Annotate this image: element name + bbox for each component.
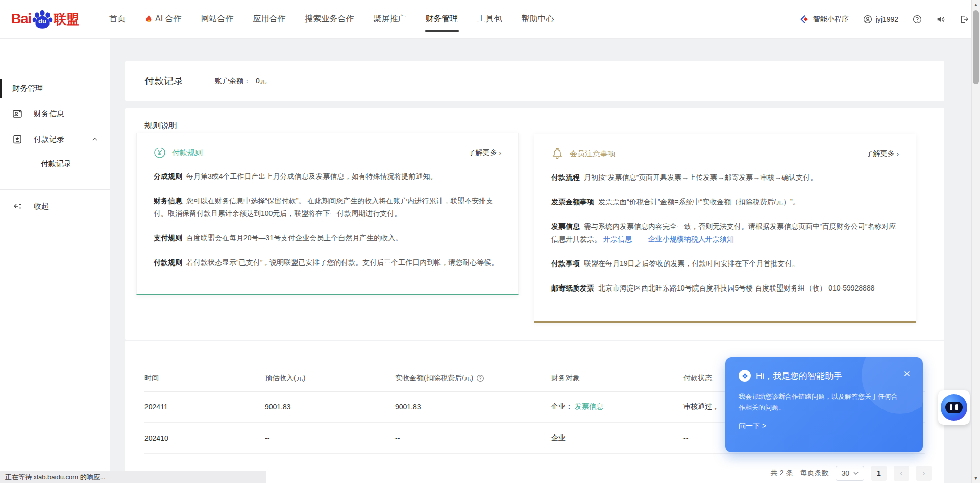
- bell-icon: [551, 148, 564, 160]
- logo-text-bai: Bai: [11, 11, 31, 27]
- payment-rules-title: 付款规则: [172, 148, 203, 158]
- status-text: 正在等待 xlab.baidu.com 的响应...: [5, 473, 106, 482]
- small-taxpayer-notice-link[interactable]: 企业小规模纳税人开票须知: [648, 235, 734, 243]
- question-circle-icon[interactable]: [476, 374, 484, 382]
- cell-target: 企业： 发票信息: [551, 402, 683, 412]
- rule-item: 分成规则每月第3或4个工作日产出上月分成信息及发票信息，如有特殊情况将提前通知。: [154, 170, 501, 183]
- payment-rules-box: 付款规则 了解更多› 分成规则每月第3或4个工作日产出上月分成信息及发票信息，如…: [136, 133, 519, 295]
- rule-item: 发票信息需与系统内发票信息内容完全一致，否则无法支付。请根据发票信息页面中“百度…: [551, 220, 899, 246]
- assistant-message: 我会帮助您诊断合作链路问题，以及解答您关于任何合作相关的问题。: [739, 391, 902, 414]
- scroll-up-arrow[interactable]: ▲: [972, 2, 980, 7]
- payment-record-header-card: 付款记录 账户余额： 0元: [125, 61, 944, 101]
- member-notice-title: 会员注意事项: [570, 149, 616, 159]
- logo-text-du: du: [38, 17, 46, 25]
- baidu-union-logo[interactable]: Bai du 联盟: [11, 9, 79, 30]
- assistant-popup: Hi，我是您的智能助手 ✕ 我会帮助您诊断合作链路问题，以及解答您关于任何合作相…: [725, 357, 923, 452]
- member-notice-more-link[interactable]: 了解更多›: [866, 149, 899, 158]
- main-nav: 首页 AI 合作 网站合作 应用合作 搜索业务合作 聚屏推广 财务管理 工具包 …: [100, 0, 564, 38]
- compass-icon: [739, 370, 751, 382]
- yen-circle-icon: [154, 147, 166, 159]
- nav-item-toolkit[interactable]: 工具包: [468, 0, 512, 38]
- nav-item-home[interactable]: 首页: [100, 0, 135, 38]
- nav-item-help[interactable]: 帮助中心: [512, 0, 564, 38]
- chevron-up-icon[interactable]: [91, 136, 99, 143]
- user-icon: [863, 15, 872, 24]
- total-count: 共 2 条: [771, 469, 793, 478]
- next-page-button[interactable]: ›: [916, 466, 932, 481]
- chevron-right-icon: ›: [499, 149, 501, 157]
- balance-value: 0元: [256, 77, 267, 85]
- cell-target: 企业: [551, 433, 683, 443]
- invoice-info-table-link[interactable]: 发票信息: [575, 402, 603, 410]
- close-icon[interactable]: ✕: [903, 370, 911, 378]
- rules-panel: 规则说明 付款规则 了解更多› 分成规则每月第3或4个工作日产出上月分成信息及发…: [125, 108, 944, 340]
- account-balance: 账户余额： 0元: [215, 77, 267, 86]
- nav-item-finance[interactable]: 财务管理: [416, 0, 468, 38]
- member-notice-box: 会员注意事项 了解更多› 付款流程月初按“发票信息”页面开具发票→上传发票→邮寄…: [534, 134, 916, 323]
- payment-record-icon: [12, 134, 22, 144]
- sidebar-item-finance-info[interactable]: 财务信息: [0, 104, 110, 124]
- user-account[interactable]: jyj1992: [863, 15, 898, 24]
- chevron-down-icon: [853, 471, 859, 476]
- cell-received: --: [395, 434, 551, 442]
- rules-title: 规则说明: [144, 120, 177, 131]
- page-number-current[interactable]: 1: [871, 466, 887, 481]
- chevron-right-icon: ›: [897, 150, 899, 158]
- prev-page-button[interactable]: ‹: [894, 466, 909, 481]
- scrollbar-thumb[interactable]: [973, 10, 979, 84]
- nav-item-website[interactable]: 网站合作: [191, 0, 243, 38]
- rule-item: 发票金额事项发票票面“价税合计”金额=系统中“实收金额（扣除税费后/元）”。: [551, 196, 899, 208]
- pagination: 共 2 条 每页条数 30 1 ‹ ›: [771, 466, 932, 481]
- per-page-select[interactable]: 30: [836, 466, 864, 481]
- per-page-label: 每页条数: [800, 469, 828, 478]
- cell-time: 202411: [144, 403, 265, 411]
- rule-item: 付款事项联盟在每月19日之后签收的发票，付款时间安排在下个月首批支付。: [551, 257, 899, 270]
- sidebar-title: 财务管理: [0, 78, 110, 99]
- rule-item: 支付规则百度联盟会在每月20号—31号支付企业会员上个自然月产生的收入。: [154, 232, 501, 245]
- cell-estimated: 9001.83: [265, 403, 395, 411]
- baidu-paw-icon: du: [32, 9, 53, 30]
- col-estimated-income: 预估收入(元): [265, 374, 395, 383]
- robot-icon: [941, 394, 967, 421]
- nav-item-search-biz[interactable]: 搜索业务合作: [296, 0, 364, 38]
- payment-rules-more-link[interactable]: 了解更多›: [469, 148, 501, 157]
- browser-status-bar: 正在等待 xlab.baidu.com 的响应...: [0, 471, 266, 483]
- navbar-right: 智能小程序 jyj1992: [800, 15, 969, 24]
- cell-received: 9001.83: [395, 403, 551, 411]
- vertical-scrollbar[interactable]: ▲ ▼: [971, 0, 980, 483]
- collapse-icon: [12, 201, 22, 211]
- sidebar-subitem-payment-record[interactable]: 付款记录: [0, 155, 110, 175]
- invoice-info-link[interactable]: 开票信息: [603, 235, 632, 243]
- speaker-icon[interactable]: [936, 15, 945, 24]
- page-title: 付款记录: [144, 75, 183, 88]
- rule-item: 财务信息您可以在财务信息中选择“保留付款”。 在此期间您产生的收入将在账户内进行…: [154, 195, 501, 220]
- rule-item: 付款流程月初按“发票信息”页面开具发票→上传发票→邮寄发票→审核→确认支付。: [551, 171, 899, 184]
- scroll-down-arrow[interactable]: ▼: [972, 476, 980, 481]
- logo-text-union: 联盟: [54, 11, 79, 28]
- sidebar-collapse-button[interactable]: 收起: [0, 196, 110, 216]
- sidebar-item-payment-record[interactable]: 付款记录: [0, 129, 110, 150]
- cell-time: 202410: [144, 434, 265, 442]
- sidebar: 财务管理 财务信息 付款记录 付款记录: [0, 39, 110, 483]
- col-finance-target: 财务对象: [551, 374, 683, 383]
- miniapp-entry[interactable]: 智能小程序: [800, 15, 849, 24]
- page-root: Bai du 联盟 首页 A: [0, 0, 980, 483]
- sidebar-divider: [0, 189, 110, 190]
- top-navbar: Bai du 联盟 首页 A: [0, 0, 980, 39]
- col-received-amount: 实收金额(扣除税费后/元): [395, 374, 551, 383]
- ask-now-link[interactable]: 问一下 >: [739, 422, 910, 431]
- assistant-robot-avatar[interactable]: [938, 390, 970, 425]
- cell-estimated: --: [265, 434, 395, 442]
- help-icon[interactable]: [913, 15, 922, 24]
- logout-icon[interactable]: [960, 15, 969, 24]
- flame-icon: [145, 15, 153, 24]
- balance-label: 账户余额：: [215, 77, 251, 85]
- rule-item: 邮寄纸质发票北京市海淀区西北旺东路10号院百度科技园5号楼 百度联盟财务组（收）…: [551, 282, 899, 295]
- nav-item-juping[interactable]: 聚屏推广: [364, 0, 416, 38]
- miniapp-diamond-icon: [800, 15, 810, 24]
- col-time: 时间: [144, 374, 265, 383]
- nav-item-app[interactable]: 应用合作: [243, 0, 296, 38]
- finance-info-icon: [12, 109, 22, 119]
- assistant-title: Hi，我是您的智能助手: [756, 370, 842, 382]
- nav-item-ai[interactable]: AI 合作: [135, 0, 191, 38]
